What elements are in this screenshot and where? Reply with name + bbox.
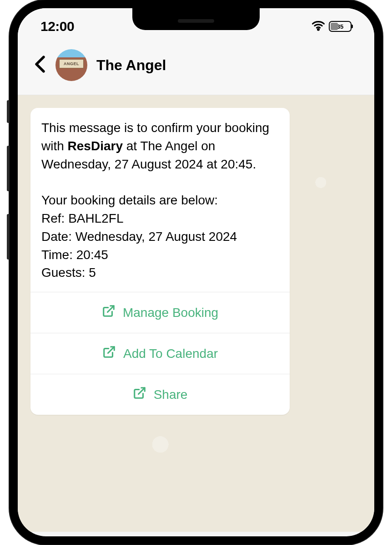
external-link-icon [102,345,116,362]
intro-bold: ResDiary [68,139,123,153]
side-button [7,100,10,123]
avatar-sign-text: ANGEL [59,59,84,68]
manage-booking-label: Manage Booking [123,306,218,320]
external-link-icon [102,304,116,321]
guests-label: Guests: [41,265,89,280]
guests-value: 5 [89,265,96,280]
side-button [7,214,10,260]
status-time: 12:00 [40,19,74,34]
booking-details: Your booking details are below: Ref: BAH… [41,191,279,282]
svg-line-3 [138,388,145,394]
battery-icon: 35 [329,21,352,32]
date-label: Date: [41,229,75,244]
message-content: This message is to confirm your booking … [30,108,290,292]
share-label: Share [154,387,188,402]
avatar[interactable]: ANGEL [55,49,87,81]
details-heading: Your booking details are below: [41,193,218,207]
chat-title[interactable]: The Angel [96,57,166,74]
share-button[interactable]: Share [30,374,290,415]
back-button[interactable] [34,56,46,75]
date-value: Wednesday, 27 August 2024 [75,229,237,244]
message-intro: This message is to confirm your booking … [41,119,279,173]
ref-label: Ref: [41,211,68,225]
ref-value: BAHL2FL [68,211,123,225]
chat-header: ANGEL The Angel [18,40,374,95]
status-right: 35 [312,19,352,34]
time-value: 20:45 [76,248,108,262]
wifi-icon [312,19,325,34]
message-card: This message is to confirm your booking … [30,108,290,415]
chat-body[interactable]: This message is to confirm your booking … [18,95,374,532]
battery-level: 35 [337,23,343,30]
svg-line-1 [107,306,114,312]
phone-screen: 12:00 35 [18,8,374,536]
external-link-icon [133,386,146,403]
time-label: Time: [41,248,76,262]
phone-frame: 12:00 35 [10,0,382,545]
phone-notch [132,8,260,30]
add-to-calendar-button[interactable]: Add To Calendar [30,333,290,374]
manage-booking-button[interactable]: Manage Booking [30,292,290,333]
add-to-calendar-label: Add To Calendar [123,346,218,361]
side-button [7,146,10,191]
svg-point-0 [318,29,319,30]
svg-line-2 [108,347,114,353]
